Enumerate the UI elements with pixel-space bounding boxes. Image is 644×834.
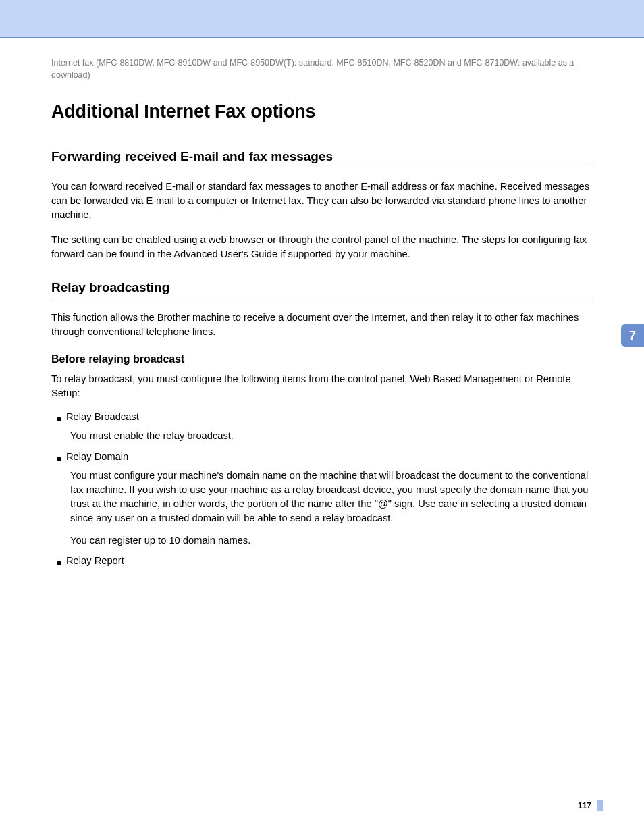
list-item: Relay Broadcast — [57, 411, 593, 422]
paragraph: You can forward received E-mail or stand… — [51, 180, 593, 222]
list-item-title: Relay Report — [66, 555, 124, 566]
heading-underline — [51, 167, 593, 167]
section-heading-forwarding: Forwarding received E-mail and fax messa… — [51, 149, 593, 164]
square-bullet-icon — [57, 457, 61, 461]
chapter-number: 7 — [629, 329, 636, 343]
square-bullet-icon — [57, 417, 61, 421]
footer-accent — [597, 800, 603, 811]
header-note: Internet fax (MFC-8810DW, MFC-8910DW and… — [51, 57, 593, 81]
paragraph: This function allows the Brother machine… — [51, 311, 593, 339]
page-content: Internet fax (MFC-8810DW, MFC-8910DW and… — [0, 38, 644, 566]
page-title: Additional Internet Fax options — [51, 101, 593, 122]
list-item: Relay Report — [57, 555, 593, 566]
paragraph: To relay broadcast, you must configure t… — [51, 372, 593, 400]
list-item-desc: You must enable the relay broadcast. — [70, 429, 593, 443]
sub-heading: Before relaying broadcast — [51, 353, 593, 365]
page-number: 117 — [578, 801, 591, 810]
top-band — [0, 0, 644, 38]
paragraph: The setting can be enabled using a web b… — [51, 233, 593, 261]
list-item-desc: You must configure your machine's domain… — [70, 469, 593, 525]
list-item-title: Relay Domain — [66, 451, 128, 462]
footer: 117 — [578, 800, 603, 811]
square-bullet-icon — [57, 561, 61, 565]
list-item-title: Relay Broadcast — [66, 411, 139, 422]
chapter-tab: 7 — [621, 324, 644, 347]
config-list: Relay Broadcast You must enable the rela… — [51, 411, 593, 566]
section-heading-relay: Relay broadcasting — [51, 280, 593, 295]
list-item-desc: You can register up to 10 domain names. — [70, 533, 593, 548]
list-item: Relay Domain — [57, 451, 593, 462]
heading-underline — [51, 298, 593, 298]
